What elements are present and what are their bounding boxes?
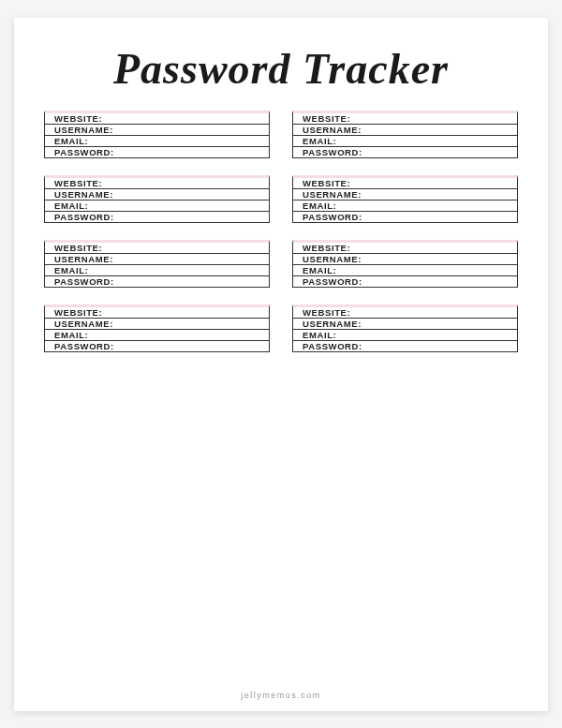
website-label: WEBSITE:: [303, 178, 350, 188]
password-card: WEBSITE: USERNAME: EMAIL: PASSWORD:: [44, 240, 270, 288]
username-label: USERNAME:: [54, 254, 113, 264]
field-row[interactable]: EMAIL:: [45, 201, 269, 212]
password-label: PASSWORD:: [54, 341, 114, 351]
email-label: EMAIL:: [54, 265, 88, 275]
email-label: EMAIL:: [303, 265, 336, 275]
field-row[interactable]: PASSWORD:: [293, 147, 517, 157]
password-card: WEBSITE: USERNAME: EMAIL: PASSWORD:: [292, 175, 518, 223]
page-title: Password Tracker: [44, 44, 518, 94]
password-card: WEBSITE: USERNAME: EMAIL: PASSWORD:: [292, 305, 518, 352]
field-row[interactable]: EMAIL:: [293, 265, 517, 276]
field-row[interactable]: PASSWORD:: [293, 341, 517, 351]
email-label: EMAIL:: [54, 136, 88, 146]
field-row[interactable]: USERNAME:: [45, 189, 269, 201]
field-row[interactable]: WEBSITE:: [293, 243, 517, 254]
field-row[interactable]: PASSWORD:: [45, 276, 269, 287]
footer-credit: jellymemos.com: [14, 691, 548, 700]
field-row[interactable]: EMAIL:: [45, 265, 269, 276]
username-label: USERNAME:: [54, 189, 113, 200]
field-row[interactable]: EMAIL:: [45, 136, 269, 147]
field-row[interactable]: EMAIL:: [293, 330, 517, 341]
field-row[interactable]: USERNAME:: [45, 319, 269, 330]
email-label: EMAIL:: [54, 330, 88, 340]
email-label: EMAIL:: [303, 330, 336, 340]
password-label: PASSWORD:: [54, 212, 114, 222]
field-row[interactable]: USERNAME:: [45, 125, 269, 136]
field-row[interactable]: PASSWORD:: [293, 276, 517, 287]
field-row[interactable]: WEBSITE:: [45, 113, 269, 125]
username-label: USERNAME:: [303, 319, 362, 329]
field-row[interactable]: WEBSITE:: [45, 243, 269, 254]
field-row[interactable]: USERNAME:: [293, 125, 517, 136]
email-label: EMAIL:: [303, 201, 336, 211]
field-row[interactable]: USERNAME:: [293, 254, 517, 265]
password-card: WEBSITE: USERNAME: EMAIL: PASSWORD:: [292, 240, 518, 288]
password-label: PASSWORD:: [54, 276, 114, 287]
website-label: WEBSITE:: [54, 243, 102, 253]
password-label: PASSWORD:: [303, 276, 362, 287]
website-label: WEBSITE:: [303, 307, 350, 318]
username-label: USERNAME:: [303, 189, 362, 200]
username-label: USERNAME:: [54, 125, 113, 135]
field-row[interactable]: EMAIL:: [45, 330, 269, 341]
username-label: USERNAME:: [303, 254, 362, 264]
field-row[interactable]: USERNAME:: [293, 319, 517, 330]
field-row[interactable]: PASSWORD:: [293, 212, 517, 222]
password-card: WEBSITE: USERNAME: EMAIL: PASSWORD:: [44, 305, 270, 352]
field-row[interactable]: WEBSITE:: [45, 178, 269, 189]
website-label: WEBSITE:: [54, 113, 102, 124]
field-row[interactable]: WEBSITE:: [293, 113, 517, 125]
field-row[interactable]: PASSWORD:: [45, 212, 269, 222]
field-row[interactable]: EMAIL:: [293, 136, 517, 147]
password-label: PASSWORD:: [303, 341, 362, 351]
password-label: PASSWORD:: [54, 147, 114, 157]
password-card: WEBSITE: USERNAME: EMAIL: PASSWORD:: [44, 111, 270, 158]
username-label: USERNAME:: [303, 125, 362, 135]
password-card: WEBSITE: USERNAME: EMAIL: PASSWORD:: [44, 175, 270, 223]
card-grid: WEBSITE: USERNAME: EMAIL: PASSWORD: WEBS…: [44, 111, 518, 352]
username-label: USERNAME:: [54, 319, 113, 329]
website-label: WEBSITE:: [54, 307, 102, 318]
page: Password Tracker WEBSITE: USERNAME: EMAI…: [14, 18, 548, 711]
field-row[interactable]: EMAIL:: [293, 201, 517, 212]
field-row[interactable]: WEBSITE:: [45, 307, 269, 319]
password-label: PASSWORD:: [303, 147, 362, 157]
email-label: EMAIL:: [54, 201, 88, 211]
password-card: WEBSITE: USERNAME: EMAIL: PASSWORD:: [292, 111, 518, 158]
field-row[interactable]: PASSWORD:: [45, 147, 269, 157]
website-label: WEBSITE:: [54, 178, 102, 188]
email-label: EMAIL:: [303, 136, 336, 146]
website-label: WEBSITE:: [303, 243, 350, 253]
field-row[interactable]: USERNAME:: [45, 254, 269, 265]
website-label: WEBSITE:: [303, 113, 350, 124]
field-row[interactable]: WEBSITE:: [293, 178, 517, 189]
field-row[interactable]: PASSWORD:: [45, 341, 269, 351]
field-row[interactable]: USERNAME:: [293, 189, 517, 201]
field-row[interactable]: WEBSITE:: [293, 307, 517, 319]
password-label: PASSWORD:: [303, 212, 362, 222]
